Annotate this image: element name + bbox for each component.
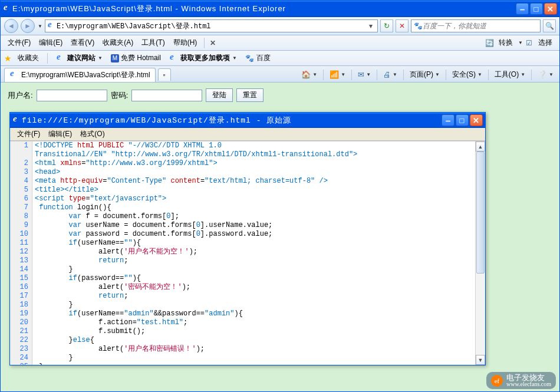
ie-icon <box>3 4 12 14</box>
address-toolbar: ◄ ► ▼ ▾ ↻ ✕ 🐾 🔍 <box>1 17 559 35</box>
address-dropdown[interactable]: ▾ <box>366 22 375 30</box>
hotmail-icon: M <box>111 54 119 62</box>
help-icon: ❔ <box>538 70 547 79</box>
line-number: 5 <box>10 186 28 195</box>
menu-select[interactable]: 选择 <box>535 37 556 49</box>
ie-icon <box>12 116 22 125</box>
search-box[interactable]: 🐾 <box>411 19 541 32</box>
watermark: ef 电子发烧友 www.elecfans.com <box>486 372 556 389</box>
page-menu[interactable]: 页面(P)▼ <box>407 68 442 81</box>
password-input[interactable] <box>131 90 202 101</box>
titlebar[interactable]: E:\myprogram\WEB\JavaScript\登录.html - Wi… <box>1 1 559 17</box>
code-line: <html xmlns="http://www.w3.org/1999/xhtm… <box>35 159 475 168</box>
line-number: 11 <box>10 239 28 248</box>
login-button[interactable]: 登陆 <box>206 88 233 102</box>
watermark-logo-icon: ef <box>491 375 503 387</box>
stop-button[interactable]: ✕ <box>396 19 409 32</box>
nav-history-dropdown[interactable]: ▼ <box>38 24 42 29</box>
menu-file[interactable]: 文件(F) <box>4 37 34 49</box>
menu-convert[interactable]: 转换 <box>495 37 516 49</box>
menu-edit[interactable]: 编辑(E) <box>35 37 66 49</box>
src-maximize-button[interactable]: □ <box>456 114 469 126</box>
fav-dropdown[interactable]: ▼ <box>98 55 103 61</box>
convert-dropdown[interactable]: ▼ <box>518 40 523 45</box>
home-button[interactable]: 🏠▼ <box>299 69 319 80</box>
line-number: 9 <box>10 221 28 230</box>
forward-button[interactable]: ► <box>21 19 35 33</box>
tab-label: E:\myprogram\WEB\JavaScript\登录.html <box>21 70 150 80</box>
fav-dropdown[interactable]: ▼ <box>232 55 237 61</box>
mail-button[interactable]: ✉▼ <box>355 69 373 80</box>
close-button[interactable]: ✕ <box>544 3 557 15</box>
src-menu-file[interactable]: 文件(F) <box>14 129 44 140</box>
source-code-area[interactable]: <!DOCTYPE html PUBLIC "-//W3C//DTD XHTML… <box>32 141 475 365</box>
scrollbar-track[interactable] <box>476 151 485 355</box>
line-number: 15 <box>10 274 28 283</box>
feeds-button[interactable]: 📶▼ <box>327 69 348 80</box>
back-button[interactable]: ◄ <box>4 19 18 33</box>
window-title: E:\myprogram\WEB\JavaScript\登录.html - Wi… <box>12 4 516 14</box>
help-button[interactable]: ❔▼ <box>535 69 556 80</box>
minimize-button[interactable]: ‒ <box>516 3 529 15</box>
search-input[interactable] <box>423 22 538 30</box>
code-line: }else{ <box>35 336 475 345</box>
address-bar[interactable]: ▾ <box>45 19 378 32</box>
ie-main-window: E:\myprogram\WEB\JavaScript\登录.html - Wi… <box>0 0 560 392</box>
favorites-label[interactable]: 收藏夹 <box>15 52 41 64</box>
code-line: alert('用户名不能为空！'); <box>35 248 475 256</box>
reset-button[interactable]: 重置 <box>236 88 263 102</box>
code-line: <head> <box>35 168 475 177</box>
menu-help[interactable]: 帮助(H) <box>170 37 201 49</box>
src-close-button[interactable]: ✕ <box>470 114 483 126</box>
menu-tools[interactable]: 工具(T) <box>138 37 168 49</box>
scroll-up-button[interactable]: ▲ <box>476 141 485 151</box>
tools-menu[interactable]: 工具(O)▼ <box>492 68 528 81</box>
view-source-window: file:///E:/myprogram/WEB/JavaScript/登录.h… <box>9 112 486 365</box>
page-icon <box>47 21 57 31</box>
fav-more-addons[interactable]: 获取更多加载项 ▼ <box>167 52 239 64</box>
print-button[interactable]: 🖨▼ <box>381 69 400 80</box>
ie-icon <box>169 54 179 63</box>
tabs-tools: 🏠▼ 📶▼ ✉▼ 🖨▼ 页面(P)▼ 安全(S)▼ 工具(O)▼ ❔▼ <box>299 68 556 81</box>
line-number: 7 <box>10 203 28 212</box>
line-number-gutter: 1234567891011121314151617181920212223242… <box>10 141 32 365</box>
refresh-button[interactable]: ↻ <box>380 19 393 32</box>
src-menu-format[interactable]: 格式(O) <box>77 129 108 140</box>
menu-separator <box>204 38 205 48</box>
src-menu-edit[interactable]: 编辑(E) <box>45 129 75 140</box>
code-line: return; <box>35 292 475 301</box>
search-button[interactable]: 🔍 <box>543 19 556 32</box>
code-line: alert('密码不能为空！'); <box>35 283 475 292</box>
code-line: } <box>35 265 475 274</box>
scrollbar-thumb[interactable] <box>476 151 485 274</box>
line-number: 22 <box>10 336 28 345</box>
watermark-url: www.elecfans.com <box>506 381 551 387</box>
home-icon: 🏠 <box>301 70 311 79</box>
safety-menu[interactable]: 安全(S)▼ <box>450 68 485 81</box>
scroll-down-button[interactable]: ▼ <box>476 355 485 365</box>
menu-close-x[interactable]: ✕ <box>208 39 218 47</box>
line-number: 3 <box>10 168 28 177</box>
fav-baidu[interactable]: 🐾 百度 <box>243 52 273 64</box>
username-label: 用户名: <box>8 90 33 101</box>
code-line: f.submit(); <box>35 327 475 336</box>
code-line: if(password==""){ <box>35 274 475 283</box>
new-tab-button[interactable]: ▫ <box>158 68 171 81</box>
favorites-bar: ★ 收藏夹 建议网站 ▼ M 免费 Hotmail 获取更多加载项 ▼ 🐾 百度 <box>1 51 559 66</box>
src-titlebar[interactable]: file:///E:/myprogram/WEB/JavaScript/登录.h… <box>10 113 485 128</box>
address-input[interactable] <box>57 22 366 30</box>
select-icon: ☑ <box>524 38 533 48</box>
fav-hotmail[interactable]: M 免费 Hotmail <box>108 52 163 64</box>
fav-suggested-sites[interactable]: 建议网站 ▼ <box>54 52 105 64</box>
menu-view[interactable]: 查看(V) <box>67 37 98 49</box>
line-number: 23 <box>10 345 28 354</box>
code-line: function login(){ <box>35 203 475 212</box>
fav-addons-label: 获取更多加载项 <box>180 53 230 63</box>
tab-current[interactable]: E:\myprogram\WEB\JavaScript\登录.html <box>4 68 156 82</box>
username-input[interactable] <box>37 90 107 101</box>
maximize-button[interactable]: □ <box>530 3 543 15</box>
menu-favorites[interactable]: 收藏夹(A) <box>99 37 137 49</box>
src-minimize-button[interactable]: ‒ <box>442 114 454 126</box>
favorites-star-icon[interactable]: ★ <box>4 54 12 63</box>
vertical-scrollbar[interactable]: ▲ ▼ <box>475 141 485 365</box>
